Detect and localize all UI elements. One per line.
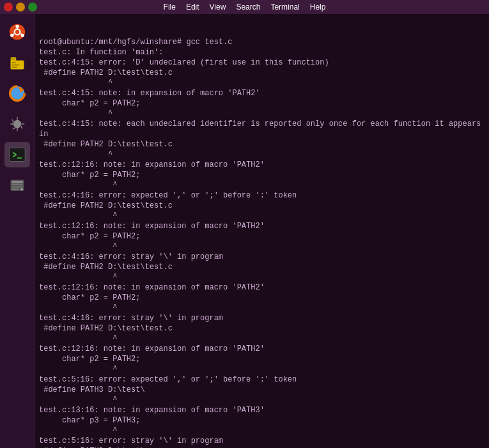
terminal-line: test.c: In function 'main': bbox=[39, 47, 485, 58]
sidebar-icon-firefox[interactable] bbox=[4, 81, 30, 106]
terminal-line: test.c:4:16: error: expected ',' or ';' … bbox=[39, 190, 485, 201]
terminal-line: test.c:12:16: note: in expansion of macr… bbox=[39, 160, 485, 170]
terminal-line: test.c:5:16: error: expected ',' or ';' … bbox=[39, 375, 485, 385]
main-container: root@ubuntu:/mnt/hgfs/winshare# gcc test… bbox=[0, 14, 489, 448]
maximize-button[interactable] bbox=[28, 3, 37, 12]
menubar: File Edit View Search Terminal Help bbox=[164, 3, 326, 12]
terminal-line: char* p2 = PATH2; bbox=[39, 354, 485, 364]
terminal-line: char* p2 = PATH2; bbox=[39, 231, 485, 242]
terminal-line: ^ bbox=[39, 242, 485, 252]
sidebar-icon-disk[interactable] bbox=[4, 173, 30, 198]
terminal-line: ^ bbox=[39, 364, 485, 375]
terminal-line: #define PATH2 D:\test\test.c bbox=[39, 323, 485, 334]
terminal-line: ^ bbox=[39, 109, 485, 119]
terminal-line: ^ bbox=[39, 180, 485, 190]
terminal-line: char* p2 = PATH2; bbox=[39, 170, 485, 180]
svg-rect-10 bbox=[12, 62, 16, 63]
menu-view[interactable]: View bbox=[210, 3, 226, 12]
terminal-line: ^ bbox=[39, 150, 485, 160]
terminal-line: test.c:4:16: error: stray '\' in program bbox=[39, 252, 485, 262]
terminal-line: ^ bbox=[39, 78, 485, 88]
terminal-line: test.c:12:16: note: in expansion of macr… bbox=[39, 344, 485, 354]
svg-rect-24 bbox=[12, 189, 19, 190]
window-controls bbox=[4, 3, 37, 12]
svg-rect-11 bbox=[12, 65, 19, 66]
terminal-line: char* p2 = PATH2; bbox=[39, 98, 485, 109]
terminal-line: test.c:4:15: error: 'D' undeclared (firs… bbox=[39, 58, 485, 68]
minimize-button[interactable] bbox=[16, 3, 25, 12]
sidebar-icon-settings[interactable] bbox=[4, 111, 30, 137]
terminal-line: ^ bbox=[39, 211, 485, 221]
terminal-line: test.c:12:16: note: in expansion of macr… bbox=[39, 282, 485, 293]
menu-file[interactable]: File bbox=[164, 3, 176, 12]
svg-rect-22 bbox=[12, 184, 23, 185]
svg-rect-21 bbox=[12, 181, 23, 183]
terminal-output[interactable]: root@ubuntu:/mnt/hgfs/winshare# gcc test… bbox=[35, 14, 489, 448]
menu-help[interactable]: Help bbox=[310, 3, 326, 12]
terminal-line: test.c:5:16: error: stray '\' in program bbox=[39, 436, 485, 446]
terminal-line: ^ bbox=[39, 426, 485, 436]
terminal-line: char* p3 = PATH3; bbox=[39, 415, 485, 426]
svg-point-1 bbox=[15, 25, 19, 28]
sidebar-icon-terminal[interactable] bbox=[4, 142, 30, 167]
terminal-line: #define PATH2 D:\test\test.c bbox=[39, 262, 485, 272]
terminal-line: ^ bbox=[39, 395, 485, 405]
sidebar-icon-files[interactable] bbox=[4, 50, 30, 75]
sidebar-icon-ubuntu[interactable] bbox=[4, 19, 30, 45]
svg-rect-23 bbox=[12, 187, 23, 188]
terminal-line: test.c:4:16: error: stray '\' in program bbox=[39, 313, 485, 323]
terminal-line: test.c:4:15: note: each undeclared ident… bbox=[39, 119, 485, 139]
menu-edit[interactable]: Edit bbox=[186, 3, 199, 12]
sidebar bbox=[0, 14, 35, 448]
terminal-line: char* p2 = PATH2; bbox=[39, 293, 485, 303]
svg-point-25 bbox=[20, 188, 23, 190]
terminal-line: test.c:4:15: note: in expansion of macro… bbox=[39, 88, 485, 98]
menu-terminal[interactable]: Terminal bbox=[270, 3, 299, 12]
terminal-line: ^ bbox=[39, 303, 485, 313]
terminal-line: #define PATH3 D:\test\ bbox=[39, 385, 485, 395]
menu-search[interactable]: Search bbox=[236, 3, 260, 12]
terminal-line: #define PATH2 D:\test\test.c bbox=[39, 139, 485, 150]
terminal-line: test.c:12:16: note: in expansion of macr… bbox=[39, 221, 485, 231]
titlebar: File Edit View Search Terminal Help bbox=[0, 0, 489, 14]
svg-line-7 bbox=[13, 34, 14, 35]
terminal-line: root@ubuntu:/mnt/hgfs/winshare# gcc test… bbox=[39, 37, 485, 47]
terminal-line: ^ bbox=[39, 334, 485, 344]
terminal-line: test.c:13:16: note: in expansion of macr… bbox=[39, 405, 485, 415]
svg-point-14 bbox=[14, 90, 21, 97]
svg-rect-12 bbox=[12, 66, 17, 68]
terminal-line: ^ bbox=[39, 272, 485, 282]
svg-rect-18 bbox=[10, 148, 26, 162]
svg-line-6 bbox=[20, 34, 22, 35]
terminal-line: #define PATH2 D:\test\test.c bbox=[39, 68, 485, 78]
terminal-line: #define PATH2 D:\test\test.c bbox=[39, 201, 485, 211]
close-button[interactable] bbox=[4, 3, 13, 12]
